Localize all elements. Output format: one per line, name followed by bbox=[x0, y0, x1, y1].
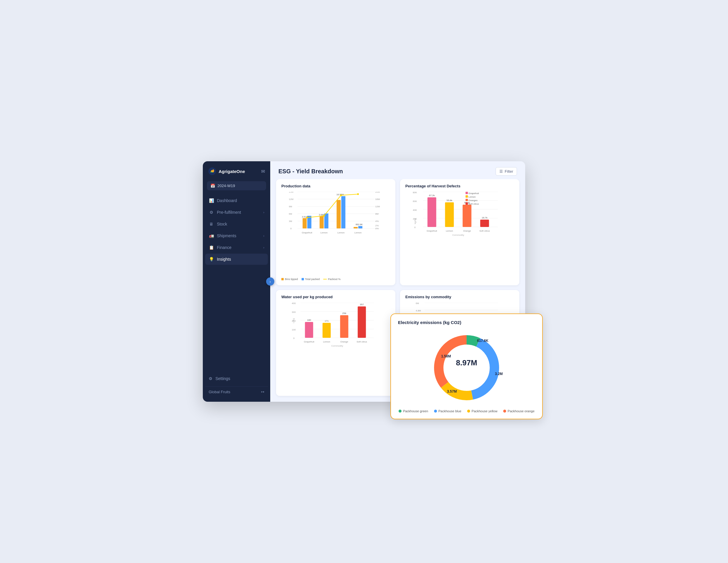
svg-text:Lemon: Lemon bbox=[323, 341, 330, 343]
sidebar-expand-button[interactable]: › bbox=[266, 277, 274, 286]
svg-text:3M: 3M bbox=[289, 220, 292, 222]
settings-item[interactable]: ⚙ Settings bbox=[205, 373, 268, 384]
notification-icon[interactable]: ✉ bbox=[261, 169, 265, 174]
filter-label: Filter bbox=[505, 169, 513, 173]
svg-text:Grapefruit: Grapefruit bbox=[469, 192, 479, 195]
sidebar-bottom: ⚙ Settings Global Fruits ↦ bbox=[203, 373, 270, 397]
sidebar-item-finance[interactable]: 📋 Finance › bbox=[205, 242, 268, 253]
sidebar-item-dashboard[interactable]: 📊 Dashboard bbox=[205, 195, 268, 206]
settings-icon: ⚙ bbox=[209, 376, 212, 381]
svg-rect-30 bbox=[358, 226, 363, 228]
filter-button[interactable]: ☰ Filter bbox=[496, 167, 517, 176]
stock-icon: 🖥 bbox=[209, 222, 214, 226]
svg-text:8.97M: 8.97M bbox=[456, 358, 477, 367]
settings-label: Settings bbox=[215, 376, 230, 381]
svg-rect-52 bbox=[428, 197, 436, 227]
sidebar-item-label: Shipments bbox=[217, 233, 236, 238]
svg-text:3.2M: 3.2M bbox=[495, 372, 503, 376]
sidebar-item-label: Insights bbox=[217, 257, 231, 261]
water-chart-body: 400 300 200 100 0 L/Kg 180 171 bbox=[281, 303, 390, 392]
svg-rect-23 bbox=[320, 216, 324, 228]
svg-text:15M: 15M bbox=[289, 192, 294, 193]
svg-text:Commodity: Commodity bbox=[452, 234, 464, 236]
week-selector[interactable]: 📅 2024-W19 bbox=[207, 181, 266, 190]
svg-text:4%: 4% bbox=[375, 220, 379, 222]
svg-text:60K: 60K bbox=[413, 200, 417, 203]
sidebar-item-shipments[interactable]: 🚛 Shipments › bbox=[205, 230, 268, 241]
svg-point-38 bbox=[340, 194, 342, 196]
svg-rect-27 bbox=[341, 196, 346, 228]
legend-green-label: Packhouse green bbox=[403, 409, 428, 413]
sidebar-header: AgrigateOne ✉ bbox=[203, 161, 270, 180]
week-label: 2024-W19 bbox=[217, 183, 235, 188]
svg-text:Soft citrus: Soft citrus bbox=[469, 203, 479, 205]
legend-packhouse-blue: Packhouse blue bbox=[434, 409, 461, 413]
water-chart-title: Water used per kg produced bbox=[281, 295, 390, 299]
org-bar: Global Fruits ↦ bbox=[205, 387, 268, 397]
legend-packhouse-green: Packhouse green bbox=[399, 409, 428, 413]
svg-text:171: 171 bbox=[325, 320, 329, 322]
svg-text:20M: 20M bbox=[375, 192, 380, 193]
chevron-right-icon: › bbox=[263, 234, 264, 237]
svg-rect-84 bbox=[305, 322, 313, 338]
svg-text:6M: 6M bbox=[289, 212, 292, 215]
emissions-chart-title: Emissions by commodity bbox=[405, 295, 514, 299]
svg-text:80K: 80K bbox=[413, 192, 417, 194]
legend-blue-dot bbox=[434, 410, 437, 413]
legend-yellow-dot bbox=[467, 410, 470, 413]
pre-fulfilment-icon: ⚙ bbox=[209, 210, 214, 215]
harvest-defects-svg: 80K 60K 40K 20K 0 kg/ha 67.2k 55.8k bbox=[405, 192, 514, 241]
svg-rect-56 bbox=[463, 205, 472, 227]
svg-text:Commodity: Commodity bbox=[331, 345, 343, 347]
svg-text:Orange: Orange bbox=[340, 341, 348, 343]
legend-green-dot bbox=[399, 410, 402, 413]
legend-bins-tipped: Bins tipped bbox=[281, 278, 298, 280]
svg-text:Lemon: Lemon bbox=[354, 231, 361, 234]
page-title: ESG - Yield Breakdown bbox=[278, 168, 343, 175]
svg-text:16M: 16M bbox=[375, 198, 380, 200]
harvest-defects-body: 80K 60K 40K 20K 0 kg/ha 67.2k 55.8k bbox=[405, 192, 514, 280]
svg-text:Lemon: Lemon bbox=[337, 231, 344, 234]
logo-icon bbox=[208, 167, 216, 175]
svg-text:Soft citrus: Soft citrus bbox=[479, 229, 490, 232]
svg-text:12M: 12M bbox=[375, 205, 380, 208]
shipments-icon: 🚛 bbox=[209, 233, 214, 238]
svg-text:357: 357 bbox=[360, 303, 364, 306]
logo-group: AgrigateOne bbox=[208, 167, 245, 175]
svg-rect-90 bbox=[358, 307, 366, 338]
svg-point-39 bbox=[357, 193, 359, 195]
legend-orange-label: Packhouse orange bbox=[508, 409, 535, 413]
svg-text:6M: 6M bbox=[416, 303, 419, 305]
sidebar-item-label: Stock bbox=[217, 222, 227, 226]
water-chart-svg: 400 300 200 100 0 L/Kg 180 171 bbox=[281, 303, 390, 353]
sidebar-item-label: Dashboard bbox=[217, 198, 237, 203]
svg-point-37 bbox=[323, 215, 325, 217]
svg-text:400: 400 bbox=[292, 303, 296, 305]
sidebar-item-pre-fulfilment[interactable]: ⚙ Pre-fulfilment › bbox=[205, 207, 268, 218]
svg-text:16.7k: 16.7k bbox=[482, 216, 488, 219]
filter-icon: ☰ bbox=[499, 169, 503, 173]
donut-chart-svg: 8.97M 617.6K 1.58M 3.2M 3.57M bbox=[428, 330, 505, 406]
svg-rect-65 bbox=[466, 192, 468, 194]
nav-items: 📊 Dashboard ⚙ Pre-fulfilment › 🖥 Stock bbox=[203, 195, 270, 373]
calendar-icon: 📅 bbox=[210, 183, 215, 188]
production-chart-svg: 15M 12M 9M 6M 3M 0 20M 16M 12M 8M 4% bbox=[281, 192, 390, 236]
svg-text:kg/ha: kg/ha bbox=[414, 218, 416, 224]
insights-icon: 💡 bbox=[209, 257, 214, 261]
svg-rect-29 bbox=[354, 227, 358, 228]
svg-text:662.8K: 662.8K bbox=[356, 223, 363, 226]
logo-text: AgrigateOne bbox=[219, 169, 245, 174]
org-name: Global Fruits bbox=[209, 390, 230, 394]
svg-text:180: 180 bbox=[307, 319, 311, 322]
sidebar-item-insights[interactable]: 💡 Insights bbox=[205, 253, 268, 265]
finance-icon: 📋 bbox=[209, 245, 214, 250]
sidebar-item-label: Finance bbox=[217, 245, 232, 250]
svg-text:Grapefruit: Grapefruit bbox=[304, 341, 314, 343]
svg-text:Lemon: Lemon bbox=[320, 231, 327, 234]
svg-text:Oranges: Oranges bbox=[469, 199, 478, 202]
water-chart-card: Water used per kg produced 400 300 200 1 bbox=[276, 290, 395, 396]
harvest-defects-chart-card: Percentage of Harvest Defects 80K 60K 40… bbox=[400, 179, 519, 285]
sidebar-item-stock[interactable]: 🖥 Stock bbox=[205, 218, 268, 229]
svg-text:67.2k: 67.2k bbox=[429, 194, 435, 197]
logout-icon[interactable]: ↦ bbox=[261, 390, 264, 394]
